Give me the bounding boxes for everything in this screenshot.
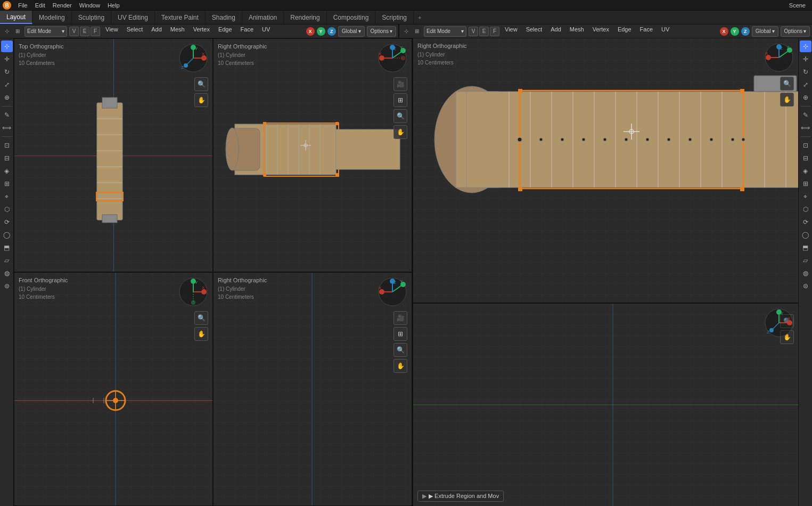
- options-dropdown-left[interactable]: Options▾: [367, 26, 396, 37]
- add-btn-left[interactable]: Add: [148, 26, 165, 37]
- pan-btn-br[interactable]: ✋: [393, 359, 407, 373]
- menu-window[interactable]: Window: [76, 1, 103, 10]
- global-dropdown-right[interactable]: Global▾: [752, 26, 778, 37]
- view-btn-right[interactable]: View: [502, 26, 521, 37]
- tab-animation[interactable]: Animation: [242, 11, 284, 24]
- r-transform-tool[interactable]: ⊕: [800, 92, 811, 103]
- knife-tool[interactable]: ⌖: [1, 191, 13, 202]
- r-measure-tool[interactable]: ⟺: [800, 122, 811, 134]
- r-move-tool[interactable]: ✛: [800, 53, 811, 65]
- options-dropdown-right[interactable]: Options▾: [781, 26, 810, 37]
- r-sphere-tool[interactable]: ◍: [800, 267, 811, 279]
- r-poly-build[interactable]: ⬡: [800, 203, 811, 215]
- vertex-btn-right[interactable]: Vertex: [589, 26, 612, 37]
- r-spin-tool[interactable]: ⟳: [800, 216, 811, 228]
- menu-help[interactable]: Help: [104, 1, 123, 10]
- edge-btn-left[interactable]: Edge: [215, 26, 235, 37]
- vert-icon[interactable]: V: [69, 27, 79, 36]
- uv-btn-left[interactable]: UV: [259, 26, 273, 37]
- grid-btn-br[interactable]: ⊞: [393, 327, 407, 341]
- uv-btn-right[interactable]: UV: [658, 26, 672, 37]
- y-axis-btn-right[interactable]: Y: [731, 27, 739, 36]
- tab-sculpting[interactable]: Sculpting: [72, 11, 111, 24]
- spin-tool[interactable]: ⟳: [1, 216, 13, 228]
- vertex-btn-left[interactable]: Vertex: [190, 26, 213, 37]
- add-btn-right[interactable]: Add: [547, 26, 564, 37]
- r-shrink-tool[interactable]: ⊜: [800, 280, 811, 292]
- vert-icon-r[interactable]: V: [469, 27, 478, 36]
- tab-layout[interactable]: Layout: [0, 11, 32, 24]
- nav-icon-r1[interactable]: ⊹: [401, 27, 411, 36]
- viewport-bottom-right[interactable]: Right Orthographic (1) Cylinder 10 Centi…: [213, 272, 412, 506]
- inset-tool[interactable]: ⊟: [1, 152, 13, 164]
- zoom-btn-br[interactable]: 🔍: [393, 343, 407, 357]
- tab-texture-paint[interactable]: Texture Paint: [155, 11, 206, 24]
- face-icon[interactable]: F: [91, 27, 100, 36]
- rotate-tool[interactable]: ↻: [1, 66, 13, 78]
- face-btn-right[interactable]: Face: [637, 26, 656, 37]
- zoom-btn-bl[interactable]: 🔍: [194, 311, 208, 325]
- right-large-top-viewport[interactable]: Right Orthographic (1) Cylinder 10 Centi…: [413, 38, 798, 304]
- edge-btn-right[interactable]: Edge: [614, 26, 635, 37]
- z-axis-btn-right[interactable]: Z: [741, 27, 750, 36]
- pan-btn-bl[interactable]: ✋: [194, 327, 208, 341]
- right-large-bottom-viewport[interactable]: ▶ ▶ Extrude Region and Mov 🔍 ✋ X Y: [413, 304, 798, 506]
- tab-scripting[interactable]: Scripting: [375, 11, 414, 24]
- zoom-btn-rt[interactable]: 🔍: [780, 77, 794, 91]
- z-axis-btn-left[interactable]: Z: [327, 27, 336, 36]
- camera-btn-tr[interactable]: 🎥: [393, 77, 407, 91]
- zoom-btn-tl[interactable]: 🔍: [194, 77, 208, 91]
- blender-logo-icon[interactable]: B: [2, 1, 12, 10]
- r-cursor-tool[interactable]: ⊹: [800, 40, 811, 52]
- r-knife-tool[interactable]: ⌖: [800, 191, 811, 202]
- view-btn-left[interactable]: View: [102, 26, 121, 37]
- tab-modeling[interactable]: Modeling: [32, 11, 72, 24]
- mesh-btn-right[interactable]: Mesh: [567, 26, 587, 37]
- bevel-tool[interactable]: ◈: [1, 165, 13, 177]
- r-inset-tool[interactable]: ⊟: [800, 152, 811, 164]
- viewport-top-right[interactable]: Right Orthographic (1) Cylinder 10 Centi…: [213, 38, 412, 272]
- pan-btn-tr[interactable]: ✋: [393, 125, 407, 139]
- mesh-btn-left[interactable]: Mesh: [167, 26, 188, 37]
- r-bevel-tool[interactable]: ◈: [800, 165, 811, 177]
- r-slide-tool[interactable]: ⬒: [800, 242, 811, 254]
- shear-tool[interactable]: ▱: [1, 255, 13, 266]
- r-rotate-tool[interactable]: ↻: [800, 66, 811, 78]
- y-axis-btn-left[interactable]: Y: [317, 27, 325, 36]
- pan-btn-rt[interactable]: ✋: [780, 93, 794, 107]
- nav-icon-2[interactable]: ⊞: [13, 27, 22, 36]
- nav-icon-1[interactable]: ⊹: [2, 27, 12, 36]
- annotate-tool[interactable]: ✎: [1, 109, 13, 121]
- select-btn-left[interactable]: Select: [124, 26, 146, 37]
- edge-icon[interactable]: E: [80, 27, 89, 36]
- edge-icon-r[interactable]: E: [479, 27, 489, 36]
- extrude-tool[interactable]: ⊡: [1, 140, 13, 151]
- pan-btn-tl[interactable]: ✋: [194, 93, 208, 107]
- r-shear-tool[interactable]: ▱: [800, 255, 811, 266]
- r-loop-cut-tool[interactable]: ⊞: [800, 178, 811, 190]
- zoom-btn-tr[interactable]: 🔍: [393, 109, 407, 123]
- transform-tool[interactable]: ⊕: [1, 92, 13, 103]
- viewport-bottom-left[interactable]: Front Orthographic (1) Cylinder 10 Centi…: [14, 272, 213, 506]
- tab-compositing[interactable]: Compositing: [327, 11, 376, 24]
- tab-uv-editing[interactable]: UV Editing: [111, 11, 155, 24]
- tab-shading[interactable]: Shading: [206, 11, 242, 24]
- edit-mode-dropdown-right[interactable]: Edit Mode ▾: [424, 26, 466, 37]
- face-btn-left[interactable]: Face: [237, 26, 257, 37]
- global-dropdown-left[interactable]: Global▾: [338, 26, 365, 37]
- move-tool[interactable]: ✛: [1, 53, 13, 65]
- scale-tool[interactable]: ⤢: [1, 79, 13, 91]
- menu-file[interactable]: File: [15, 1, 31, 10]
- loop-cut-tool[interactable]: ⊞: [1, 178, 13, 190]
- tab-add[interactable]: +: [414, 12, 425, 23]
- shrink-tool[interactable]: ⊜: [1, 280, 13, 292]
- select-btn-right[interactable]: Select: [523, 26, 546, 37]
- measure-tool[interactable]: ⟺: [1, 122, 13, 134]
- x-axis-btn-left[interactable]: X: [306, 27, 315, 36]
- menu-edit[interactable]: Edit: [32, 1, 48, 10]
- smooth-tool[interactable]: ◯: [1, 229, 13, 241]
- r-smooth-tool[interactable]: ◯: [800, 229, 811, 241]
- r-scale-tool[interactable]: ⤢: [800, 79, 811, 91]
- r-annotate-tool[interactable]: ✎: [800, 109, 811, 121]
- viewport-top-left[interactable]: Top Orthographic (1) Cylinder 10 Centime…: [14, 38, 213, 272]
